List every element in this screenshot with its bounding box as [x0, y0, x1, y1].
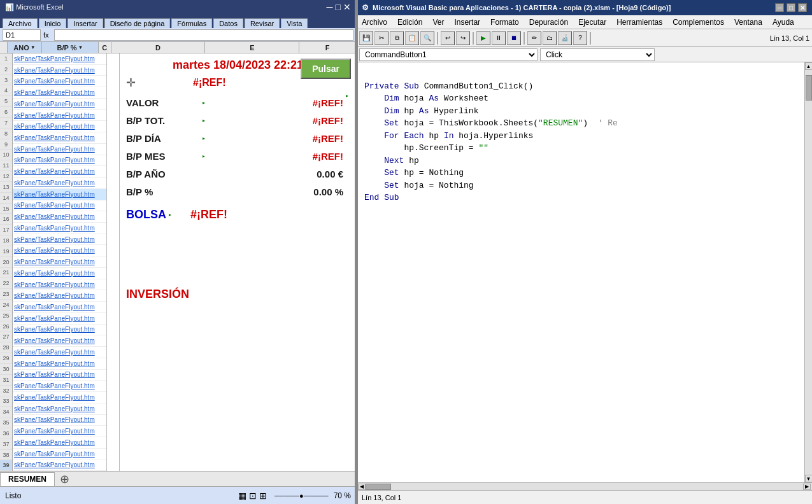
tool-objectbrowser[interactable]: 🔬: [558, 31, 572, 45]
list-item[interactable]: skPane/TaskPaneFlyout.htm: [13, 370, 106, 381]
menu-depuracion[interactable]: Depuración: [527, 17, 571, 28]
list-item[interactable]: skPane/TaskPaneFlyout.htm: [13, 268, 106, 279]
list-item[interactable]: skPane/TaskPaneFlyout.htm: [13, 290, 106, 302]
list-item[interactable]: skPane/TaskPaneFlyout.htm: [13, 234, 106, 246]
list-item[interactable]: skPane/TaskPaneFlyout.htm: [13, 347, 106, 358]
tab-vista[interactable]: Vista: [281, 18, 308, 28]
list-item[interactable]: skPane/TaskPaneFlyout.htm: [13, 53, 106, 65]
menu-ejecutar[interactable]: Ejecutar: [576, 17, 609, 28]
hscroll-thumb[interactable]: [366, 484, 391, 490]
list-item[interactable]: skPane/TaskPaneFlyout.htm: [13, 426, 106, 437]
col-a-dropdown[interactable]: ▼: [31, 45, 36, 50]
tab-archivo[interactable]: Archivo: [3, 18, 38, 28]
menu-insertar[interactable]: Insertar: [452, 17, 483, 28]
tool-copy[interactable]: ⧉: [390, 31, 404, 45]
list-item[interactable]: skPane/TaskPaneFlyout.htm: [13, 132, 106, 144]
tool-stop[interactable]: ⏹: [507, 31, 521, 45]
list-item[interactable]: skPane/TaskPaneFlyout.htm: [13, 155, 106, 167]
tool-break[interactable]: ⏸: [492, 31, 506, 45]
list-item[interactable]: skPane/TaskPaneFlyout.htm: [13, 211, 106, 223]
tab-formulas[interactable]: Fórmulas: [171, 18, 212, 28]
minimize-btn[interactable]: ─: [327, 2, 333, 12]
procedure-combo[interactable]: Click: [540, 48, 655, 61]
list-item[interactable]: skPane/TaskPaneFlyout.htm: [13, 223, 106, 234]
list-item[interactable]: skPane/TaskPaneFlyout.htm: [13, 437, 106, 449]
name-box[interactable]: [3, 29, 41, 41]
list-item[interactable]: skPane/TaskPaneFlyout.htm: [13, 256, 106, 268]
list-item[interactable]: skPane/TaskPaneFlyout.htm: [13, 87, 106, 99]
col-header-b[interactable]: B/P % ▼: [42, 42, 99, 53]
list-item[interactable]: skPane/TaskPaneFlyout.htm: [13, 325, 106, 336]
object-combo[interactable]: CommandButton1: [359, 48, 538, 61]
list-item[interactable]: skPane/TaskPaneFlyout.htm: [13, 166, 106, 178]
list-item[interactable]: skPane/TaskPaneFlyout.htm: [13, 381, 106, 392]
list-item[interactable]: skPane/TaskPaneFlyout.htm: [13, 302, 106, 313]
list-item[interactable]: skPane/TaskPaneFlyout.htm: [13, 178, 106, 189]
tool-find[interactable]: 🔍: [420, 31, 434, 45]
scroll-up-btn[interactable]: ▲: [805, 62, 813, 70]
list-item[interactable]: skPane/TaskPaneFlyout.htm: [13, 459, 106, 471]
menu-ver[interactable]: Ver: [430, 17, 446, 28]
menu-edicion[interactable]: Edición: [395, 17, 425, 28]
menu-ayuda[interactable]: Ayuda: [770, 17, 797, 28]
list-item[interactable]: skPane/TaskPaneFlyout.htm: [13, 110, 106, 122]
vba-minimize-btn[interactable]: ─: [775, 3, 784, 12]
window-splitter[interactable]: [355, 0, 358, 504]
page-layout-icon[interactable]: ⊡: [249, 491, 257, 501]
list-item[interactable]: skPane/TaskPaneFlyout.htm: [13, 335, 106, 347]
col-header-f[interactable]: F: [299, 42, 356, 53]
hscroll-left-btn[interactable]: ◀: [358, 484, 366, 490]
tool-save[interactable]: 💾: [359, 31, 373, 45]
pulsar-button[interactable]: Pulsar: [301, 59, 351, 79]
col-header-a[interactable]: ANO ▼: [8, 42, 42, 53]
add-sheet-btn[interactable]: ⊕: [55, 472, 75, 486]
vba-restore-btn[interactable]: □: [787, 3, 795, 12]
sheet-tab-resumen[interactable]: RESUMEN: [0, 472, 55, 486]
tool-userform[interactable]: 🗂: [543, 31, 557, 45]
list-item[interactable]: skPane/TaskPaneFlyout.htm: [13, 245, 106, 256]
tool-design[interactable]: ✏: [527, 31, 541, 45]
restore-btn[interactable]: □: [336, 2, 341, 12]
page-break-icon[interactable]: ⊞: [259, 491, 267, 501]
list-item[interactable]: skPane/TaskPaneFlyout.htm: [13, 415, 106, 426]
vba-horizontal-scrollbar[interactable]: ◀ ▶: [357, 482, 812, 490]
list-item[interactable]: skPane/TaskPaneFlyout.htm: [13, 392, 106, 403]
vba-vertical-scrollbar[interactable]: ▲ ▼: [804, 62, 812, 482]
tool-undo[interactable]: ↩: [441, 31, 455, 45]
list-item[interactable]: skPane/TaskPaneFlyout.htm: [13, 65, 106, 76]
list-item[interactable]: skPane/TaskPaneFlyout.htm: [13, 121, 106, 132]
list-item[interactable]: skPane/TaskPaneFlyout.htm: [13, 313, 106, 325]
list-item[interactable]: skPane/TaskPaneFlyout.htm: [13, 99, 106, 110]
col-header-d[interactable]: D: [111, 42, 206, 53]
scroll-thumb[interactable]: [806, 75, 812, 101]
tool-help[interactable]: ?: [573, 31, 587, 45]
tab-datos[interactable]: Datos: [213, 18, 243, 28]
formula-input[interactable]: [54, 29, 353, 41]
menu-formato[interactable]: Formato: [488, 17, 522, 28]
col-b-dropdown[interactable]: ▼: [78, 45, 83, 50]
menu-ventana[interactable]: Ventana: [732, 17, 765, 28]
tab-disenio[interactable]: Diseño de página: [104, 18, 171, 28]
list-item[interactable]: skPane/TaskPaneFlyout.htm: [13, 449, 106, 460]
col-header-e[interactable]: E: [205, 42, 299, 53]
tab-inicio[interactable]: Inicio: [39, 18, 67, 28]
list-item[interactable]: skPane/TaskPaneFlyout.htm: [13, 189, 106, 200]
list-item[interactable]: skPane/TaskPaneFlyout.htm: [13, 76, 106, 87]
normal-view-icon[interactable]: ▦: [238, 491, 246, 501]
hscroll-right-btn[interactable]: ▶: [803, 484, 811, 490]
vba-close-btn[interactable]: ✕: [798, 3, 807, 12]
list-item[interactable]: skPane/TaskPaneFlyout.htm: [13, 279, 106, 291]
tab-revisar[interactable]: Revisar: [245, 18, 280, 28]
vba-code-editor[interactable]: Private Sub CommandButton1_Click() Dim h…: [357, 62, 804, 482]
list-item[interactable]: skPane/TaskPaneFlyout.htm: [13, 403, 106, 415]
close-btn[interactable]: ✕: [343, 2, 351, 12]
menu-archivo[interactable]: Archivo: [359, 17, 390, 28]
tab-insertar[interactable]: Insertar: [68, 18, 103, 28]
scroll-down-btn[interactable]: ▼: [805, 475, 813, 482]
list-item[interactable]: skPane/TaskPaneFlyout.htm: [13, 144, 106, 155]
list-item[interactable]: skPane/TaskPaneFlyout.htm: [13, 358, 106, 370]
menu-complementos[interactable]: Complementos: [670, 17, 727, 28]
tool-run[interactable]: ▶: [476, 31, 490, 45]
col-header-c[interactable]: C: [99, 42, 111, 53]
menu-herramientas[interactable]: Herramientas: [614, 17, 665, 28]
